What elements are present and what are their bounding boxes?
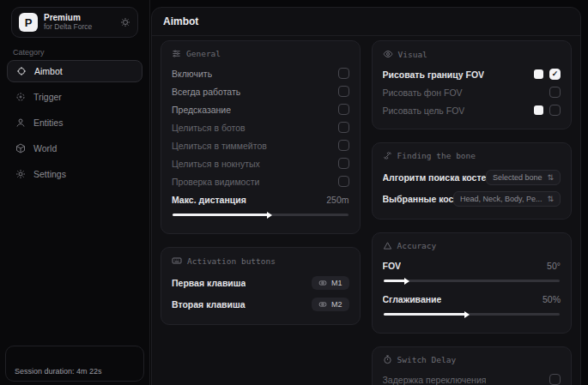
checkbox[interactable]	[338, 176, 349, 187]
fov-slider[interactable]	[384, 277, 561, 285]
card-title-text: General	[186, 49, 221, 58]
sidebar-item-trigger[interactable]: Trigger	[7, 86, 142, 108]
slider-thumb[interactable]	[267, 212, 272, 219]
gear-icon	[15, 169, 26, 179]
person-icon	[15, 117, 26, 128]
slider-value: 50%	[543, 294, 561, 304]
visual-row-label: Рисовать границу FOV	[383, 69, 485, 80]
sidebar-item-world[interactable]: World	[7, 137, 142, 159]
card-activation-buttons: Activation buttons Первая клавиша M1 Вто…	[161, 247, 361, 325]
checkbox[interactable]	[549, 105, 561, 116]
selected-bones-select[interactable]: Head, Neck, Body, Pe... ⇅	[453, 191, 561, 207]
slider-thumb[interactable]	[464, 311, 470, 318]
slider-label: FOV	[383, 261, 402, 271]
eye-icon	[383, 49, 393, 59]
toggle-label: Целиться в ботов	[172, 123, 246, 133]
cube-icon	[15, 143, 26, 153]
app-subtitle: for Delta Force	[44, 23, 114, 32]
keybind-button-1[interactable]: M1	[312, 276, 349, 290]
app-logo: P	[19, 13, 38, 32]
slider-value: 50°	[547, 261, 561, 271]
slider-label: Сглаживание	[383, 294, 442, 304]
bone-icon	[383, 151, 392, 160]
page-header: Aimbot	[152, 8, 580, 36]
session-duration-text: Session duration: 4m 22s	[15, 367, 102, 376]
settings-gear-icon[interactable]	[120, 17, 130, 27]
stopwatch-icon	[383, 355, 392, 364]
select-label: Алгоритм поиска костей	[383, 172, 486, 183]
sidebar-item-aimbot[interactable]: Aimbot	[7, 60, 142, 82]
smoothing-slider[interactable]	[384, 310, 561, 318]
keybind-key: M2	[331, 300, 342, 309]
slider-thumb[interactable]	[404, 278, 409, 285]
sidebar-item-label: Entities	[33, 117, 63, 128]
triangle-icon	[383, 241, 392, 250]
checkbox[interactable]	[338, 158, 349, 169]
color-swatch[interactable]	[534, 105, 543, 115]
toggle-label: Целиться в тиммейтов	[172, 141, 267, 151]
sidebar-nav: Aimbot Trigger Entities World Settings	[7, 60, 142, 189]
card-accuracy: Accuracy FOV50° Сглаживание50%	[372, 232, 573, 334]
crosshair-icon	[16, 66, 27, 76]
sidebar-item-label: Aimbot	[34, 66, 63, 76]
card-general: General Включить Всегда работать Предска…	[161, 40, 361, 234]
updown-arrows-icon: ⇅	[547, 195, 554, 203]
slider-label: Макс. дистанция	[172, 195, 246, 205]
sidebar-item-entities[interactable]: Entities	[7, 111, 142, 134]
card-visual: Visual Рисовать границу FOV ✓ Рисовать ф…	[372, 40, 573, 129]
sidebar-item-settings[interactable]: Settings	[7, 163, 142, 185]
page-title: Aimbot	[163, 15, 198, 27]
card-title-text: Activation buttons	[187, 256, 276, 266]
toggle-label: Задержка переключения	[383, 375, 487, 385]
category-label: Category	[13, 48, 45, 57]
color-swatch[interactable]	[534, 69, 543, 79]
bone-algorithm-select[interactable]: Selected bone ⇅	[486, 170, 561, 185]
visual-row-label: Рисовать фон FOV	[383, 87, 463, 98]
select-value: Head, Neck, Body, Pe...	[460, 195, 542, 203]
checkbox[interactable]	[338, 140, 349, 151]
keybind-label: Вторая клавиша	[172, 299, 246, 310]
keybind-label: Первая клавиша	[172, 278, 246, 288]
main-panel: Aimbot General Включить Всегда работать …	[151, 7, 581, 385]
select-value: Selected bone	[493, 173, 543, 182]
checkbox[interactable]	[338, 104, 349, 115]
checkbox[interactable]: ✓	[549, 69, 561, 80]
checkbox[interactable]	[549, 87, 561, 98]
visual-row-label: Рисовать цель FOV	[383, 105, 465, 116]
toggle-label: Предсказание	[172, 105, 231, 115]
session-duration-box: Session duration: 4m 22s	[5, 346, 144, 382]
sidebar: P Premium for Delta Force Category Aimbo…	[0, 0, 150, 385]
sidebar-item-label: Trigger	[33, 92, 62, 102]
card-finding-bone: Finding the bone Алгоритм поиска костей …	[372, 142, 573, 220]
sidebar-item-label: World	[33, 143, 57, 153]
slider-value: 250m	[326, 195, 349, 205]
checkbox[interactable]	[549, 374, 561, 385]
checkbox[interactable]	[338, 86, 349, 97]
card-switch-delay: Switch Delay Задержка переключения Задер…	[372, 346, 573, 385]
card-title-text: Accuracy	[397, 241, 437, 250]
card-title-text: Finding the bone	[397, 151, 476, 160]
checkbox[interactable]	[338, 122, 349, 133]
check-icon: ✓	[552, 70, 559, 78]
toggle-label: Проверка видимости	[172, 177, 259, 187]
mouse-key-icon	[318, 300, 327, 309]
checkbox[interactable]	[338, 68, 349, 79]
toggle-label: Целиться в нокнутых	[172, 159, 260, 169]
toggle-label: Всегда работать	[172, 87, 240, 97]
sidebar-item-label: Settings	[33, 169, 66, 179]
keybind-key: M1	[331, 279, 342, 287]
trigger-crosshair-icon	[15, 92, 26, 102]
updown-arrows-icon: ⇅	[547, 173, 554, 182]
card-title-text: Switch Delay	[397, 355, 457, 364]
select-label: Выбранные кости	[383, 194, 454, 204]
keyboard-icon	[172, 256, 182, 266]
mouse-key-icon	[318, 279, 327, 287]
card-title-text: Visual	[398, 50, 427, 59]
keybind-button-2[interactable]: M2	[312, 298, 349, 311]
sliders-icon	[172, 49, 181, 58]
toggle-label: Включить	[172, 69, 212, 79]
max-distance-slider[interactable]	[173, 211, 349, 219]
app-brand-card: P Premium for Delta Force	[11, 7, 138, 38]
